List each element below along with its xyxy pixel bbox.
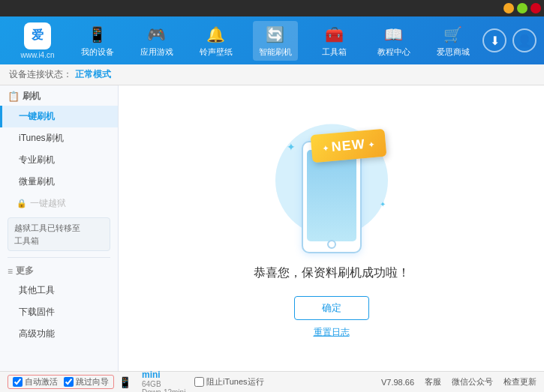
nav-items: 📱 我的设备 🎮 应用游戏 🔔 铃声壁纸 🔄 智能刷机 🧰 工具箱 📖 教程中心… [68, 21, 482, 61]
confirm-button[interactable]: 确定 [294, 296, 369, 320]
nav-tutorial[interactable]: 📖 教程中心 [371, 21, 416, 61]
sidebar-jailbreak-note: 越狱工具已转移至 工具箱 [8, 217, 110, 251]
sidebar: 📋 刷机 一键刷机 iTunes刷机 专业刷机 微量刷机 🔒 一键越狱 越狱工具… [0, 85, 119, 371]
mall-icon: 🛒 [443, 24, 464, 45]
sidebar-divider [8, 257, 110, 258]
flash-section-icon: 📋 [8, 91, 20, 102]
success-illustration: ✦ ✦ ✦ NEW [264, 118, 399, 253]
device-icon: 📱 [87, 24, 108, 45]
logo[interactable]: 爱 www.i4.cn [8, 22, 68, 59]
maximize-btn[interactable] [517, 3, 527, 13]
minimize-btn[interactable] [503, 3, 514, 13]
main-layout: 📋 刷机 一键刷机 iTunes刷机 专业刷机 微量刷机 🔒 一键越狱 越狱工具… [0, 85, 544, 371]
tutorial-icon: 📖 [383, 24, 404, 45]
status-value: 正常模式 [75, 68, 111, 81]
bottom-bar: 自动激活 跳过向导 📱 iPhone 12 mini 64GB Down-12m… [0, 371, 544, 392]
flash-section-title: 📋 刷机 [0, 85, 118, 106]
header: 爱 www.i4.cn 📱 我的设备 🎮 应用游戏 🔔 铃声壁纸 🔄 智能刷机 … [0, 16, 544, 64]
ringtone-icon: 🔔 [206, 24, 227, 45]
app-icon: 🎮 [146, 24, 167, 45]
user-btn[interactable]: 👤 [512, 28, 536, 52]
sidebar-advanced[interactable]: 高级功能 [0, 323, 118, 345]
nav-smart-flash[interactable]: 🔄 智能刷机 [253, 21, 298, 61]
nav-my-device[interactable]: 📱 我的设备 [75, 21, 120, 61]
more-section-title: ≡ 更多 [0, 261, 118, 280]
sidebar-one-click-flash[interactable]: 一键刷机 [0, 106, 118, 127]
nav-app-game[interactable]: 🎮 应用游戏 [134, 21, 179, 61]
sidebar-other-tools[interactable]: 其他工具 [0, 280, 118, 301]
phone-screen [307, 150, 356, 241]
download-btn[interactable]: ⬇ [482, 28, 506, 52]
reboot-log-link[interactable]: 重置日志 [314, 326, 350, 339]
close-btn[interactable] [530, 3, 541, 13]
nav-toolbox[interactable]: 🧰 工具箱 [312, 21, 357, 61]
sidebar-pro-flash[interactable]: 专业刷机 [0, 149, 118, 171]
sparkle-bottom-right: ✦ [380, 200, 386, 208]
phone-small-icon: 📱 [119, 376, 131, 388]
lock-icon: 🔒 [17, 199, 27, 208]
auto-activate-input[interactable] [13, 377, 23, 387]
sidebar-itunes-flash[interactable]: iTunes刷机 [0, 127, 118, 149]
device-model: Down-12mini-13,1 [142, 388, 194, 392]
more-section-icon: ≡ [8, 266, 13, 277]
device-storage: 64GB [142, 380, 194, 388]
nav-mall[interactable]: 🛒 爱思商城 [431, 21, 476, 61]
statusbar: 设备连接状态： 正常模式 [0, 64, 544, 85]
status-label: 设备连接状态： [9, 68, 72, 81]
sidebar-save-flash[interactable]: 微量刷机 [0, 171, 118, 193]
sidebar-download-firmware[interactable]: 下载固件 [0, 301, 118, 323]
checkbox-group: 自动激活 跳过向导 [8, 375, 114, 389]
success-message: 恭喜您，保资料刷机成功啦！ [254, 265, 410, 281]
auto-activate-checkbox[interactable]: 自动激活 [13, 376, 58, 388]
bottom-right: V7.98.66 客服 微信公众号 检查更新 [381, 376, 536, 388]
skip-wizard-input[interactable] [64, 377, 74, 387]
logo-icon: 爱 [24, 22, 51, 49]
stop-itunes-area: 阻止iTunes运行 [194, 376, 381, 388]
sidebar-locked-jailbreak: 🔒 一键越狱 [0, 193, 118, 214]
wechat-link[interactable]: 微信公众号 [452, 376, 493, 388]
stop-itunes-input[interactable] [194, 377, 204, 387]
logo-url: www.i4.cn [20, 51, 54, 59]
toolbox-icon: 🧰 [324, 24, 345, 45]
skip-wizard-checkbox[interactable]: 跳过向导 [64, 376, 109, 388]
nav-right: ⬇ 👤 [482, 28, 536, 52]
nav-ringtone[interactable]: 🔔 铃声壁纸 [194, 21, 239, 61]
phone-home-button [327, 240, 336, 249]
version-text: V7.98.66 [381, 378, 414, 387]
service-link[interactable]: 客服 [425, 376, 441, 388]
flash-icon: 🔄 [265, 24, 286, 45]
content-area: ✦ ✦ ✦ NEW 恭喜您，保资料刷机成功啦！ 确定 重置日志 [119, 85, 544, 371]
stop-itunes-checkbox[interactable]: 阻止iTunes运行 [194, 376, 264, 388]
new-badge: NEW [311, 128, 386, 162]
sparkle-left: ✦ [287, 141, 296, 153]
update-link[interactable]: 检查更新 [503, 376, 536, 388]
titlebar [0, 0, 544, 16]
